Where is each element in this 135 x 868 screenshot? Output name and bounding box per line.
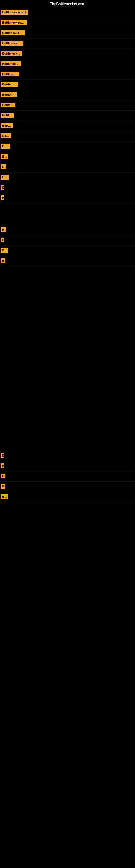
bottleneck-result-badge[interactable]: Bottleneck result [1,92,17,97]
bottleneck-result-badge[interactable]: Bottleneck result [1,154,8,159]
bar-area [30,103,134,108]
bar-area [30,51,134,57]
bar-area [30,72,134,77]
bottleneck-result-badge[interactable]: Bottleneck result [1,238,4,243]
bottleneck-result-badge[interactable]: Bottleneck result [1,227,6,232]
bottleneck-result-badge[interactable]: Bottleneck result [1,195,4,200]
bar-area [30,238,134,243]
list-item: Bottleneck result [0,90,135,100]
bottleneck-result-badge[interactable]: Bottleneck result [1,41,24,45]
list-item: Bottleneck result [0,183,135,193]
bottleneck-result-badge[interactable]: Bottleneck result [1,102,15,107]
bottleneck-result-badge[interactable]: Bottleneck result [1,82,18,87]
list-item: Bottleneck result [0,111,135,121]
list-item: Bottleneck result [0,451,135,461]
bottleneck-result-badge[interactable]: Bottleneck result [1,185,4,190]
bar-area [30,31,134,36]
bottleneck-result-badge[interactable]: Bottleneck result [1,175,9,180]
bottleneck-result-badge[interactable]: Bottleneck result [1,144,10,149]
bar-area [30,93,134,98]
site-title: TheBottlenecker.com [0,0,135,8]
bar-area [30,123,134,129]
bottleneck-result-badge[interactable]: Bottleneck result [1,20,27,25]
bottleneck-result-badge[interactable]: Bottleneck result [1,72,19,76]
bottleneck-result-badge[interactable]: Bottleneck result [1,10,28,14]
bar-area [30,165,134,170]
list-item: Bottleneck result [0,162,135,173]
bar-area [30,82,134,88]
bottleneck-result-badge[interactable]: Bottleneck result [1,113,14,118]
bottleneck-result-badge[interactable]: Bottleneck result [1,164,6,169]
list-item: Bottleneck result [0,492,135,502]
bar-area [30,144,134,150]
bar-area [30,175,134,180]
bottleneck-result-badge[interactable]: Bottleneck result [1,123,13,128]
bottleneck-result-badge[interactable]: Bottleneck result [1,133,11,138]
list-item: Bottleneck result [0,18,135,28]
list-item: Bottleneck result [0,246,135,256]
list-item: Bottleneck result [0,236,135,246]
bar-area [30,248,134,254]
bar-area [30,20,134,26]
list-item: Bottleneck result [0,100,135,111]
bar-area [30,134,134,139]
bar-area [30,258,134,264]
list-item: Bottleneck result [0,173,135,183]
bottleneck-result-badge[interactable]: Bottleneck result [1,484,5,489]
bar-area [30,154,134,160]
list-item: Bottleneck result [0,142,135,152]
list-item: Bottleneck result [0,471,135,482]
bottleneck-result-badge[interactable]: Bottleneck result [1,474,5,478]
bottleneck-result-badge[interactable]: Bottleneck result [1,30,25,35]
bottleneck-result-badge[interactable]: Bottleneck result [1,248,8,253]
list-item: Bottleneck result [0,121,135,131]
list-item: Bottleneck result [0,59,135,69]
bottleneck-result-badge[interactable]: Bottleneck result [1,51,22,56]
bottleneck-result-badge[interactable]: Bottleneck result [1,61,21,66]
list-item: Bottleneck result [0,28,135,38]
list-item: Bottleneck result [0,38,135,49]
list-item: Bottleneck result [0,225,135,236]
bottleneck-result-badge[interactable]: Bottleneck result [1,453,4,458]
list-item: Bottleneck result [0,131,135,142]
list-item: Bottleneck result [0,256,135,267]
bar-area [30,113,134,119]
bar-area [30,195,134,201]
bar-area [30,10,134,16]
list-item: Bottleneck result [0,69,135,80]
list-item: Bottleneck result [0,461,135,471]
bar-area [30,62,134,67]
list-item: Bottleneck result [0,482,135,492]
bottleneck-result-badge[interactable]: Bottleneck result [1,258,5,263]
bar-area [30,227,134,233]
list-item: Bottleneck result [0,49,135,59]
bar-area [30,41,134,46]
bottleneck-result-badge[interactable]: Bottleneck result [1,463,4,468]
bottleneck-result-badge[interactable]: Bottleneck result [1,494,8,499]
list-item: Bottleneck result [0,152,135,162]
bar-area [30,185,134,191]
list-item: Bottleneck result [0,193,135,204]
list-item: Bottleneck result [0,8,135,18]
list-item: Bottleneck result [0,80,135,90]
